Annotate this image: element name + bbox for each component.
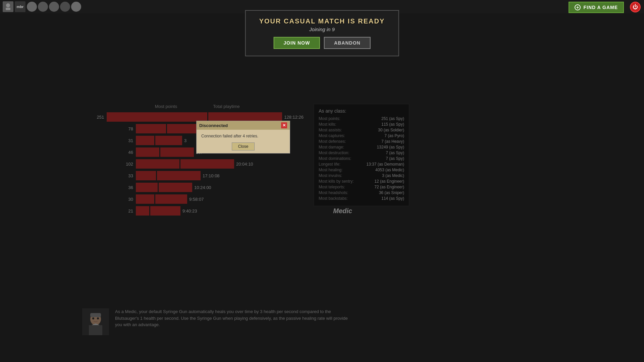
abandon-button[interactable]: ABANDON: [324, 37, 371, 49]
join-now-button[interactable]: JOIN NOW: [273, 37, 320, 49]
svg-point-0: [6, 3, 10, 7]
logo-icon: [3, 1, 13, 12]
avatar-4: [60, 2, 70, 12]
find-game-label: FIND A GAME: [583, 5, 618, 10]
dialog-message: Connection failed after 4 retries.: [201, 134, 285, 138]
disconnected-dialog: Disconnected ✕ Connection failed after 4…: [196, 121, 290, 154]
match-ready-subtitle: Joining in 9: [259, 26, 385, 32]
mbr-logo: mbr: [15, 1, 25, 12]
dialog-close-x-button[interactable]: ✕: [281, 122, 287, 128]
power-button[interactable]: ⏻: [630, 2, 641, 12]
dialog-title: Disconnected: [199, 123, 228, 128]
svg-rect-1: [6, 8, 10, 10]
avatar-1: [27, 2, 37, 12]
match-ready-banner: YOUR CASUAL MATCH IS READY Joining in 9 …: [245, 10, 399, 56]
match-ready-title: YOUR CASUAL MATCH IS READY: [259, 17, 385, 25]
avatar-2: [38, 2, 48, 12]
dialog-body: Connection failed after 4 retries. Close: [197, 130, 290, 153]
power-icon: ⏻: [633, 4, 638, 10]
dialog-close-button[interactable]: Close: [232, 142, 255, 150]
dialog-titlebar: Disconnected ✕: [197, 121, 290, 130]
avatar-3: [49, 2, 59, 12]
find-game-icon: +: [575, 4, 581, 10]
find-game-button[interactable]: + FIND A GAME: [569, 2, 624, 13]
avatar-5: [71, 2, 81, 12]
